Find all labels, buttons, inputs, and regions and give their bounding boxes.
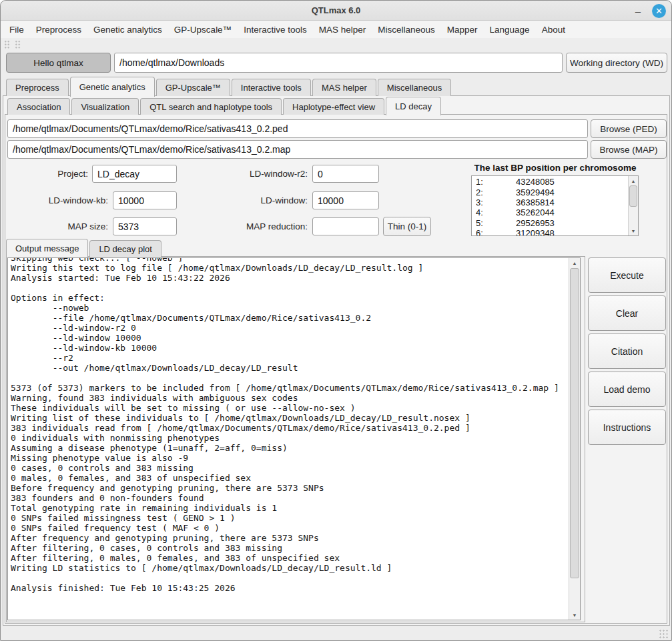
bp-list-scrollbar[interactable]: ▲ ▼ <box>628 176 638 235</box>
citation-button[interactable]: Citation <box>588 334 666 369</box>
bp-row[interactable]: 5:29526953 <box>472 218 629 228</box>
console-scrollbar-thumb[interactable] <box>570 268 579 578</box>
ld-window-r2-input[interactable] <box>312 165 379 183</box>
app-window: QTLmax 6.0 – ✕ File Preprocess Genetic a… <box>0 0 672 641</box>
thin-button[interactable]: Thin (0-1) <box>383 217 431 236</box>
bp-position-list[interactable]: 1:43248085 2:35929494 3:36385814 4:35262… <box>471 175 639 236</box>
browse-ped-button[interactable]: Browse (PED) <box>591 119 667 138</box>
bp-row[interactable]: 6:31209348 <box>472 228 629 236</box>
tab-ld-decay-plot[interactable]: LD decay plot <box>89 240 161 257</box>
browse-map-button[interactable]: Browse (MAP) <box>591 140 667 159</box>
ped-path-input[interactable] <box>7 119 588 138</box>
map-size-input[interactable] <box>113 217 177 235</box>
output-tab-bar: Output message LD decay plot <box>6 239 163 257</box>
bp-row[interactable]: 3:36385814 <box>472 197 629 207</box>
bp-rows: 1:43248085 2:35929494 3:36385814 4:35262… <box>472 177 629 236</box>
map-reduction-input[interactable] <box>312 217 379 235</box>
project-label: Project: <box>14 165 88 183</box>
ld-window-label: LD-window: <box>221 191 308 209</box>
bp-panel-title: The last BP position per chromosome <box>461 163 649 173</box>
scroll-up-icon[interactable]: ▲ <box>569 258 580 267</box>
execute-button[interactable]: Execute <box>588 257 666 293</box>
bp-scrollbar-thumb[interactable] <box>629 185 637 207</box>
bp-row[interactable]: 1:43248085 <box>472 177 629 187</box>
scroll-down-icon[interactable]: ▼ <box>629 226 638 235</box>
ld-window-r2-label: LD-window-r2: <box>221 165 308 183</box>
bp-row[interactable]: 2:35929494 <box>472 187 629 197</box>
console-output: Skipping web check... [ --noweb ] Writin… <box>7 257 581 620</box>
tab-output-message[interactable]: Output message <box>6 239 88 257</box>
map-reduction-label: MAP reduction: <box>221 217 308 235</box>
scroll-up-icon[interactable]: ▲ <box>629 176 638 185</box>
load-demo-button[interactable]: Load demo <box>588 372 666 407</box>
bp-row[interactable]: 4:35262044 <box>472 207 629 217</box>
ld-window-kb-label: LD-window-kb: <box>14 191 108 209</box>
map-path-input[interactable] <box>7 140 588 159</box>
console-scrollbar[interactable]: ▲ ▼ <box>569 258 580 620</box>
ld-decay-content: Browse (PED) Browse (MAP) Project: LD-wi… <box>1 1 672 641</box>
ld-window-input[interactable] <box>312 191 379 209</box>
ld-window-kb-input[interactable] <box>113 191 177 209</box>
console-text: Skipping web check... [ --noweb ] Writin… <box>11 257 559 593</box>
map-size-label: MAP size: <box>14 217 108 235</box>
clear-button[interactable]: Clear <box>588 295 666 331</box>
scroll-down-icon[interactable]: ▼ <box>569 610 580 620</box>
instructions-button[interactable]: Instructions <box>588 410 666 445</box>
project-input[interactable] <box>92 165 177 183</box>
